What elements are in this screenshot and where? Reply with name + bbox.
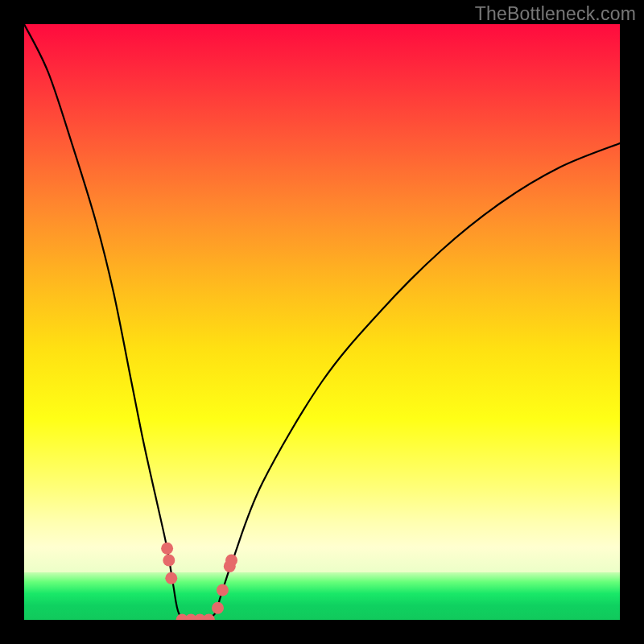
data-marker (163, 555, 175, 567)
watermark-label: TheBottleneck.com (475, 3, 636, 25)
data-marker (225, 555, 237, 567)
curve-layer (24, 24, 620, 620)
data-marker (165, 572, 177, 584)
plot-area (24, 24, 620, 620)
bottleneck-curve (24, 24, 620, 620)
data-marker (212, 602, 224, 614)
chart-frame: TheBottleneck.com (0, 0, 644, 644)
data-marker (161, 543, 173, 555)
data-marker (217, 584, 229, 597)
